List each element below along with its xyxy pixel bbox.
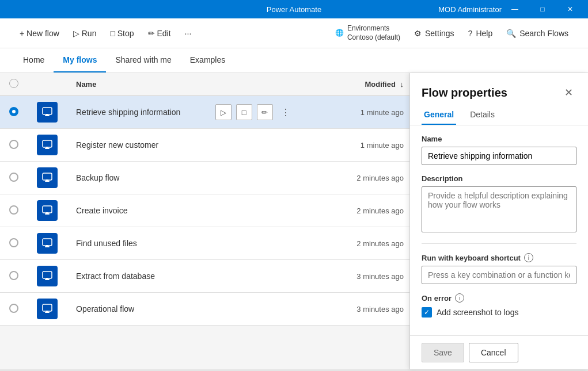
screenshot-checkbox[interactable]: ✓ (422, 307, 432, 318)
run-button[interactable]: ▷ Run (67, 25, 103, 41)
screenshot-checkbox-row: ✓ Add screenshot to logs (422, 307, 576, 318)
on-error-info-icon[interactable]: i (455, 293, 464, 303)
row-actions: ▷ □ ✏ ⋮ (206, 96, 316, 129)
panel-close-button[interactable]: ✕ (560, 85, 576, 101)
svg-rect-18 (43, 304, 52, 311)
row-stop-button[interactable]: □ (236, 104, 252, 120)
row-actions (206, 129, 316, 162)
help-icon: ? (468, 29, 473, 38)
col-icon (28, 73, 67, 96)
description-field-group: Description (422, 174, 576, 234)
main-content: Name Modified ↓ (0, 73, 588, 369)
on-error-label-row: On error i (422, 293, 576, 303)
col-actions (206, 73, 316, 96)
svg-rect-9 (43, 206, 52, 213)
settings-button[interactable]: ⚙ Settings (408, 25, 460, 41)
svg-rect-11 (46, 212, 48, 213)
panel-tabs: General Details (410, 101, 588, 125)
row-name: Operational flow (67, 293, 206, 326)
shortcut-info-icon[interactable]: i (524, 253, 533, 262)
env-sub: Contoso (default) (347, 33, 400, 43)
row-actions (206, 260, 316, 293)
divider (422, 243, 576, 244)
svg-rect-0 (43, 108, 52, 114)
checkmark-icon: ✓ (424, 308, 430, 316)
name-input[interactable] (422, 147, 576, 165)
on-error-section: On error i ✓ Add screenshot to logs (422, 293, 576, 318)
environment-selector[interactable]: 🌐 Environments Contoso (default) (329, 22, 406, 44)
title-bar-user: MOD Administrator (438, 5, 502, 14)
svg-rect-8 (46, 179, 48, 181)
svg-rect-4 (45, 148, 50, 149)
panel-tab-general[interactable]: General (422, 105, 456, 125)
row-edit-button[interactable]: ✏ (257, 104, 273, 120)
stop-button[interactable]: □ Stop (104, 25, 139, 41)
svg-rect-17 (46, 278, 48, 279)
panel-title: Flow properties (422, 86, 507, 100)
stop-label: □ Stop (110, 29, 134, 38)
svg-rect-1 (45, 115, 50, 116)
flow-icon (37, 233, 58, 254)
row-name: Create invoice (67, 194, 206, 227)
save-button[interactable]: Save (422, 343, 464, 362)
svg-rect-13 (45, 246, 50, 247)
new-flow-button[interactable]: + New flow (14, 25, 65, 41)
shortcut-label: Run with keyboard shortcut (422, 254, 521, 262)
nav-tabs: Home My flows Shared with me Examples (0, 48, 588, 73)
shortcut-label-row: Run with keyboard shortcut i (422, 253, 576, 262)
row-run-button[interactable]: ▷ (215, 104, 232, 120)
panel-tab-details[interactable]: Details (468, 105, 497, 125)
name-label: Name (422, 135, 576, 143)
description-textarea[interactable] (422, 186, 576, 232)
on-error-label: On error (422, 294, 452, 303)
edit-button[interactable]: ✏ Edit (142, 25, 177, 41)
svg-rect-15 (43, 271, 52, 278)
tab-my-flows[interactable]: My flows (54, 48, 106, 72)
row-name: Retrieve shipping information (67, 96, 206, 129)
edit-label: ✏ Edit (148, 29, 171, 38)
row-name: Find unused files (67, 227, 206, 260)
row-actions (206, 293, 316, 326)
svg-rect-14 (46, 245, 48, 246)
search-icon: 🔍 (506, 29, 516, 38)
env-label: Environments (347, 24, 400, 33)
row-actions (206, 194, 316, 227)
settings-icon: ⚙ (414, 29, 422, 38)
name-field-group: Name (422, 135, 576, 165)
row-more-button[interactable]: ⋮ (278, 104, 294, 120)
cancel-button[interactable]: Cancel (469, 343, 518, 362)
svg-rect-12 (43, 239, 52, 246)
tab-shared[interactable]: Shared with me (106, 48, 180, 72)
col-name: Name (67, 73, 206, 96)
toolbar: + New flow ▷ Run □ Stop ✏ Edit ··· 🌐 Env… (0, 18, 588, 48)
toolbar-right: 🌐 Environments Contoso (default) ⚙ Setti… (329, 22, 574, 44)
run-label: ▷ Run (73, 29, 97, 38)
row-actions (206, 227, 316, 260)
title-bar-title: Power Automate (267, 5, 321, 14)
tab-home[interactable]: Home (14, 48, 54, 72)
flow-icon (37, 102, 58, 123)
shortcut-input[interactable] (422, 266, 576, 284)
tab-examples[interactable]: Examples (181, 48, 234, 72)
shortcut-field-group: Run with keyboard shortcut i (422, 253, 576, 284)
svg-rect-3 (43, 140, 52, 147)
search-button[interactable]: 🔍 Search Flows (500, 25, 574, 41)
row-select[interactable] (0, 96, 28, 129)
help-button[interactable]: ? Help (462, 25, 499, 41)
col-check (0, 73, 28, 96)
row-name: Backup flow (67, 162, 206, 194)
more-icon: ··· (185, 29, 192, 38)
maximize-button[interactable]: □ (529, 0, 556, 18)
panel-footer: Save Cancel (410, 335, 588, 369)
screenshot-label[interactable]: Add screenshot to logs (437, 308, 518, 317)
svg-rect-2 (46, 114, 48, 115)
help-label: Help (476, 29, 492, 38)
svg-rect-10 (45, 213, 50, 215)
row-icon-cell (28, 96, 67, 129)
svg-rect-5 (46, 147, 48, 148)
close-button[interactable]: ✕ (557, 0, 583, 18)
svg-rect-16 (45, 279, 50, 280)
more-button[interactable]: ··· (179, 25, 198, 41)
minimize-button[interactable]: — (502, 0, 528, 18)
row-select[interactable] (0, 129, 28, 162)
